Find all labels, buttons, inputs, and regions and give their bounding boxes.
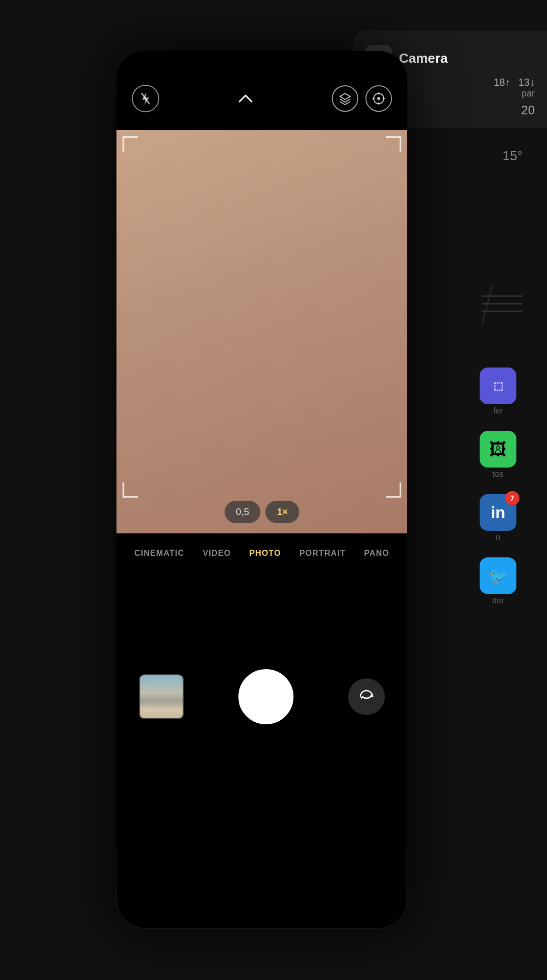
bg-app-label-2: n [480,533,516,542]
svg-line-3 [482,286,492,327]
flip-camera-button[interactable] [348,678,385,715]
bg-stat-up: 18↑ [494,77,510,88]
svg-point-6 [377,97,380,100]
mode-portrait[interactable]: PORTRAIT [290,549,355,558]
top-right-controls [332,85,392,112]
layers-icon [338,92,352,105]
shutter-button[interactable] [238,669,293,724]
bottom-controls [116,573,407,849]
bg-diagonal-decoration [482,286,523,329]
zoom-controls: 0,5 1× [225,501,299,523]
bg-app-item-0: ⬚ fer [480,368,516,415]
corner-bl [122,482,138,498]
phone-frame: 0,5 1× CINEMATIC VIDEO PHOTO PORTRAIT PA… [116,51,407,929]
bg-weather-temp: 15° [503,148,523,164]
shutter-inner [242,673,290,721]
bg-app-icon-3: 🐦 [480,557,516,594]
mode-pano[interactable]: PANO [355,549,399,558]
flash-off-button[interactable] [132,85,159,112]
corner-tr [386,136,401,152]
bg-app-item-2: in 7 n [480,494,516,542]
zoom-1x-button[interactable]: 1× [266,501,300,523]
bg-app-item-3: 🐦 tter [480,557,516,605]
corner-tl [122,136,138,152]
chevron-up-icon [237,93,254,104]
target-icon [371,91,386,106]
chevron-up-button[interactable] [237,93,254,104]
corner-br [386,482,401,498]
camera-topbar [116,51,407,130]
photo-thumbnail[interactable] [139,674,184,719]
viewfinder[interactable]: 0,5 1× [116,130,407,533]
bg-app-list: ⬚ fer 🖼 tos in 7 n 🐦 tter [480,368,516,605]
flip-camera-icon [358,688,375,705]
bg-app-item-1: 🖼 tos [480,431,516,479]
bg-app-label-0: fer [480,406,516,415]
bg-app-icon-0: ⬚ [480,368,516,404]
layers-button[interactable] [332,85,358,112]
zoom-05-button[interactable]: 0,5 [225,501,260,523]
mode-photo[interactable]: PHOTO [240,549,290,558]
bg-app-label-1: tos [480,470,516,479]
thumbnail-image [140,675,183,718]
bg-app-label-3: tter [480,596,516,605]
bg-stat-down: 13↓ [518,77,535,88]
badge-2: 7 [505,491,519,505]
mode-selector: CINEMATIC VIDEO PHOTO PORTRAIT PANO [116,533,407,573]
mode-cinematic[interactable]: CINEMATIC [125,549,193,558]
mode-video[interactable]: VIDEO [193,549,240,558]
bg-app-icon-1: 🖼 [480,431,516,468]
flash-icon [140,91,151,106]
focus-button[interactable] [365,85,392,112]
bg-app-title: Camera [399,51,447,66]
